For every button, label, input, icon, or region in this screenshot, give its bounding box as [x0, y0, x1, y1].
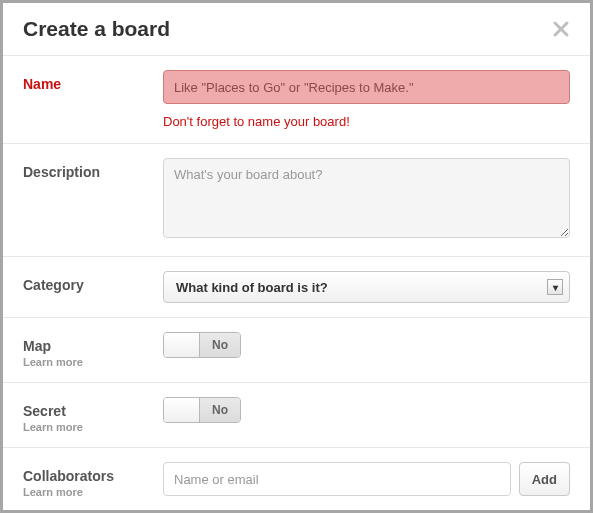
map-learn-more-link[interactable]: Learn more	[23, 356, 163, 368]
name-error-message: Don't forget to name your board!	[163, 114, 570, 129]
category-label: Category	[23, 277, 163, 293]
map-toggle[interactable]: No	[163, 332, 241, 358]
collaborators-row: Collaborators Learn more Add	[3, 448, 590, 512]
collaborators-input[interactable]	[163, 462, 511, 496]
name-input[interactable]	[163, 70, 570, 104]
collaborators-learn-more-link[interactable]: Learn more	[23, 486, 163, 498]
collaborators-label: Collaborators	[23, 468, 163, 484]
description-label: Description	[23, 164, 163, 180]
secret-toggle-state: No	[200, 398, 240, 422]
category-selected-value: What kind of board is it?	[176, 280, 328, 295]
secret-toggle[interactable]: No	[163, 397, 241, 423]
description-input[interactable]	[163, 158, 570, 238]
dialog-header: Create a board	[3, 3, 590, 56]
chevron-down-icon: ▾	[547, 279, 563, 295]
map-label: Map	[23, 338, 163, 354]
map-toggle-state: No	[200, 333, 240, 357]
category-row: Category What kind of board is it? ▾	[3, 257, 590, 318]
secret-row: Secret Learn more No	[3, 383, 590, 448]
dialog-title: Create a board	[23, 17, 170, 41]
name-label: Name	[23, 76, 163, 92]
category-select[interactable]: What kind of board is it? ▾	[163, 271, 570, 303]
secret-label: Secret	[23, 403, 163, 419]
name-row: Name Don't forget to name your board!	[3, 56, 590, 144]
toggle-knob	[164, 333, 200, 357]
add-collaborator-button[interactable]: Add	[519, 462, 570, 496]
map-row: Map Learn more No	[3, 318, 590, 383]
description-row: Description	[3, 144, 590, 257]
toggle-knob	[164, 398, 200, 422]
close-icon[interactable]	[552, 20, 570, 38]
secret-learn-more-link[interactable]: Learn more	[23, 421, 163, 433]
